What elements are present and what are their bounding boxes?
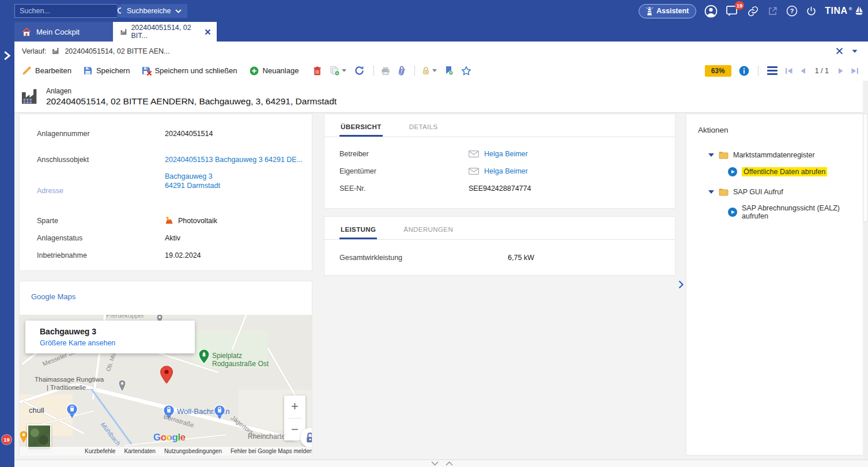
anschlussobjekt-link[interactable]: 202404051513 Bachgauweg 3 64291 DE...: [165, 156, 303, 164]
betreiber-link[interactable]: Helga Beimer: [484, 150, 528, 158]
tab-mein-cockpit[interactable]: Mein Cockpit: [14, 22, 113, 42]
tree-group-label[interactable]: Marktstammdatenregister: [733, 151, 815, 159]
tab-details[interactable]: DETAILS: [408, 123, 439, 137]
logout-button[interactable]: [806, 6, 817, 17]
map-canvas[interactable]: Pferdekoppel Bachgauweg 3 Größere Karte …: [20, 315, 312, 455]
refresh-button[interactable]: [354, 66, 364, 76]
tree-collapse-icon[interactable]: [708, 153, 714, 157]
delete-button[interactable]: [313, 66, 322, 76]
brand-mark: ®: [849, 6, 852, 12]
trash-icon: [313, 66, 322, 76]
list-menu-button[interactable]: [767, 66, 778, 75]
save-close-button[interactable]: Speichern und schließen: [142, 66, 237, 75]
next-page-button[interactable]: [838, 67, 844, 74]
panel-close-button[interactable]: [836, 47, 843, 55]
pencil-icon: [22, 66, 31, 76]
photovoltaik-icon: [165, 216, 173, 225]
record-pager: 1 / 1: [785, 67, 859, 75]
maps-card-title: Google Maps: [31, 292, 76, 301]
vertical-scrollbar[interactable]: [863, 81, 868, 460]
page-indicator: 1 / 1: [815, 67, 829, 75]
save-close-label: Speichern und schließen: [154, 66, 237, 75]
attachments-button[interactable]: [398, 66, 405, 76]
progress-badge[interactable]: 63%: [705, 65, 731, 77]
tab-uebersicht[interactable]: ÜBERSICHT: [339, 123, 383, 137]
assistant-label: Assistent: [656, 7, 689, 15]
search-input[interactable]: [15, 5, 117, 17]
map-pin-gray-icon[interactable]: [118, 379, 127, 392]
playground-pin-icon[interactable]: [198, 349, 210, 364]
chevron-right-icon: [3, 51, 12, 61]
paperclip-icon: [398, 65, 407, 76]
user-account-button[interactable]: [704, 5, 718, 18]
tree-group-label[interactable]: SAP GUI Aufruf: [733, 188, 783, 196]
action-sap-abrechnungssicht[interactable]: SAP Abrechnungssicht (EALZ) aufrufen: [742, 204, 865, 220]
assistant-button[interactable]: Assistent: [639, 4, 696, 18]
sidebar-notification-badge[interactable]: 19: [2, 435, 12, 445]
collapse-panel-button[interactable]: [431, 461, 439, 466]
tab-bar: Mein Cockpit 202404051514, 02 BIT...: [0, 22, 868, 42]
toolbar-separator: [414, 66, 415, 76]
last-page-button[interactable]: [851, 67, 859, 74]
print-button[interactable]: [381, 66, 390, 76]
expand-panel-up-button[interactable]: [446, 461, 453, 466]
copy-record-button[interactable]: [330, 66, 346, 76]
expand-panel-button[interactable]: [678, 280, 684, 291]
map-attribution-link[interactable]: Nutzungsbedingungen: [164, 448, 222, 454]
envelope-icon[interactable]: [469, 150, 479, 157]
search-scope-dropdown[interactable]: Suchbereiche: [121, 4, 187, 18]
adresse-city-link[interactable]: 64291 Darmstadt: [165, 182, 220, 190]
edit-button[interactable]: Bearbeiten: [22, 66, 71, 76]
save-button[interactable]: Speichern: [84, 66, 130, 75]
shop-pin-icon[interactable]: [66, 403, 78, 419]
tab-home-label: Mein Cockpit: [36, 28, 80, 36]
brand-name: TINA: [825, 6, 847, 16]
notifications-button[interactable]: 19: [726, 5, 739, 17]
open-external-button[interactable]: [767, 6, 778, 17]
chevron-right-icon: [678, 280, 684, 289]
share-link-button[interactable]: [747, 5, 759, 17]
new-record-button[interactable]: Neuanlage: [250, 66, 299, 76]
google-maps-card: Google Maps Pferdekoppel: [19, 281, 312, 455]
user-avatar-icon: [704, 5, 718, 18]
tab-record-active[interactable]: 202404051514, 02 BIT...: [113, 22, 217, 42]
inbetriebnahme-value: 19.02.2024: [165, 251, 201, 259]
bookmark-add-button[interactable]: [445, 66, 453, 76]
zoom-in-button[interactable]: +: [284, 396, 305, 418]
info-icon: [739, 66, 749, 76]
close-icon: [836, 47, 843, 55]
map-attribution-link[interactable]: Kartendaten: [124, 448, 156, 454]
lock-button[interactable]: [422, 66, 437, 75]
larger-map-link[interactable]: Größere Karte ansehen: [40, 339, 115, 347]
tab-close-button[interactable]: [205, 29, 211, 35]
adresse-street-link[interactable]: Bachgauweg 3: [165, 172, 220, 180]
action-oeffentliche-daten[interactable]: Öffentliche Daten abrufen: [742, 167, 827, 176]
run-action-icon[interactable]: [728, 167, 737, 176]
info-button[interactable]: [739, 66, 749, 76]
favorite-button[interactable]: [461, 66, 471, 76]
search-scope-label: Suchbereiche: [127, 7, 171, 15]
first-page-button[interactable]: [785, 67, 793, 74]
tab-aenderungen[interactable]: ÄNDERUNGEN: [402, 226, 454, 239]
panel-menu-caret[interactable]: [852, 50, 858, 53]
sparte-value: Photovoltaik: [178, 217, 217, 225]
sidebar-expand-button[interactable]: [3, 51, 12, 62]
map-attribution-link[interactable]: Fehler bei Google Maps melden: [231, 448, 312, 454]
map-attribution-link[interactable]: Kurzbefehle: [85, 448, 115, 454]
map-marker-icon[interactable]: [160, 366, 173, 384]
scrollbar-thumb[interactable]: [863, 114, 868, 222]
tree-collapse-icon[interactable]: [708, 190, 714, 194]
envelope-icon[interactable]: [469, 168, 479, 175]
eigentuemer-link[interactable]: Helga Beimer: [484, 167, 528, 175]
run-action-icon[interactable]: [728, 208, 737, 217]
prev-page-button[interactable]: [800, 67, 806, 74]
field-label: SEE-Nr.: [339, 184, 469, 193]
toolbar-right: 63% 1 / 1: [705, 65, 859, 77]
help-button[interactable]: ?: [786, 5, 798, 17]
tab-leistung[interactable]: LEISTUNG: [339, 226, 377, 239]
field-label: Inbetriebnahme: [37, 251, 165, 259]
history-label: Verlauf:: [22, 47, 46, 55]
history-item[interactable]: 202404051514, 02 BITTE AEN...: [65, 47, 169, 55]
shop-pin-icon[interactable]: [213, 404, 226, 420]
map-lock-control[interactable]: [300, 428, 312, 447]
